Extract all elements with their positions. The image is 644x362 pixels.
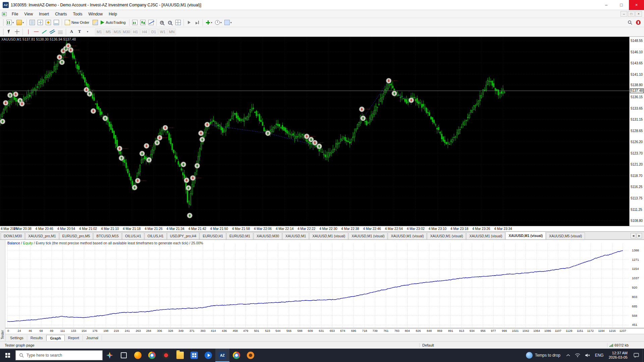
chart-plot-area[interactable]: XAUUSD,M1 5137.81 5138.30 5136.94 5137.4… (0, 37, 629, 226)
terminal-button[interactable] (52, 19, 60, 26)
chart-tab[interactable]: DOWJ,M30 (1, 232, 25, 239)
menu-view[interactable]: View (21, 11, 36, 17)
timeframe-m30-button[interactable]: M30 (122, 28, 131, 35)
autotrading-button[interactable]: AutoTrading (99, 19, 128, 26)
weather-widget[interactable]: Temps to drop (523, 349, 564, 362)
close-button[interactable]: × (629, 0, 644, 10)
clock[interactable]: 12:37 AM 2026-03-05 (606, 351, 630, 360)
horizontal-line-tool-button[interactable] (32, 28, 40, 36)
text-tool-button[interactable]: A (67, 28, 75, 36)
timeframe-w1-button[interactable]: W1 (158, 28, 167, 35)
shapes-dropdown-button[interactable]: ▾ (84, 28, 92, 36)
taskbar-app-store[interactable] (187, 349, 201, 362)
vertical-line-tool-button[interactable] (24, 28, 32, 36)
show-desktop-button[interactable] (642, 349, 644, 362)
tester-tab-journal[interactable]: Journal (83, 335, 102, 341)
chart-tab[interactable]: EURUSD,H1 (200, 232, 226, 239)
metaeditor-button[interactable] (91, 19, 99, 26)
stamp-tool-button[interactable]: T (75, 28, 84, 36)
child-restore-button[interactable]: □ (628, 11, 635, 17)
child-minimize-button[interactable]: – (621, 11, 627, 17)
timeframe-m15-button[interactable]: M15 (113, 28, 122, 35)
chart-tab[interactable]: XAUUSD,M1 (visual) (388, 232, 427, 239)
chart-tab[interactable]: XAUUSD,M5 (visual) (546, 232, 585, 239)
volume-tray-icon[interactable] (583, 349, 593, 362)
zoom-in-button[interactable] (158, 19, 166, 26)
price-axis[interactable]: 5148.555146.105143.655141.105138.805136.… (629, 37, 644, 226)
chart-tab[interactable]: EURUSD,M1 (226, 232, 253, 239)
timeframe-mn-button[interactable]: MN (167, 28, 176, 35)
taskbar-app-camera[interactable] (244, 349, 258, 362)
time-axis[interactable]: 4 Mar 20264 Mar 20:384 Mar 20:464 Mar 20… (0, 226, 644, 231)
chart-tab[interactable]: XAUUSD,M30 (254, 232, 282, 239)
auto-scroll-button[interactable] (185, 19, 193, 26)
profiles-button[interactable]: ▾ (15, 19, 25, 26)
chart-tab[interactable]: BTCUSD,M15 (93, 232, 122, 239)
tabs-scroll-left-button[interactable]: ◀ (631, 233, 636, 238)
taskbar-app-firefox[interactable] (131, 349, 145, 362)
menu-window[interactable]: Window (86, 11, 106, 17)
templates-button[interactable]: ▾ (223, 19, 233, 26)
price-chart-window[interactable]: XAUUSD,M1 5137.81 5138.30 5136.94 5137.4… (0, 37, 644, 232)
market-watch-button[interactable] (28, 19, 36, 26)
crosshair-tool-button[interactable] (13, 28, 21, 36)
indicators-button[interactable]: ▾ (204, 19, 214, 26)
data-window-button[interactable] (36, 19, 44, 26)
child-close-button[interactable]: × (635, 11, 642, 17)
taskbar-search[interactable]: Type here to search (15, 350, 103, 360)
minimize-button[interactable]: – (599, 0, 614, 10)
hidden-icons-chevron[interactable] (564, 349, 573, 362)
tester-graph[interactable]: Balance / Equity / Every tick (the most … (5, 240, 644, 334)
cursor-tool-button[interactable] (5, 28, 13, 36)
chart-tab[interactable]: XAUUSD,M1 (visual) (427, 232, 466, 239)
timeframe-d1-button[interactable]: D1 (149, 28, 158, 35)
maximize-button[interactable]: □ (614, 0, 629, 10)
tabs-scroll-right-button[interactable]: ▶ (637, 233, 642, 238)
chart-tab[interactable]: XAUUSD_pro,M1 (25, 232, 59, 239)
trendline-tool-button[interactable] (40, 28, 48, 36)
chart-tab[interactable]: XAUUSD,M1 (282, 232, 309, 239)
new-chart-button[interactable]: ▾ (5, 19, 15, 26)
periods-button[interactable]: ▾ (214, 19, 223, 26)
tester-tab-graph[interactable]: Graph (46, 335, 64, 341)
fibonacci-tool-button[interactable] (56, 28, 64, 36)
chart-tab[interactable]: XAUUSD,M1 (visual) (309, 232, 348, 239)
tester-tab-results[interactable]: Results (27, 335, 47, 341)
taskbar-app-file-explorer[interactable] (173, 349, 187, 362)
taskbar-app-chrome[interactable] (145, 349, 159, 362)
copilot-button[interactable] (103, 349, 117, 362)
chart-shift-button[interactable] (193, 19, 201, 26)
alert-icon[interactable] (636, 20, 641, 25)
candlestick-chart-button[interactable] (139, 19, 147, 26)
toolbar-grip[interactable] (2, 19, 4, 25)
chart-tab[interactable]: XAUUSD,M1 (visual) (505, 232, 546, 239)
menu-file[interactable]: File (9, 11, 21, 17)
chart-tab[interactable]: OILUS,H1 (122, 232, 144, 239)
status-profile[interactable]: Default (419, 343, 607, 347)
chart-tab[interactable]: XAUUSD,M1 (visual) (348, 232, 387, 239)
action-center-button[interactable] (630, 349, 642, 362)
taskbar-app-metatrader[interactable]: AZ (215, 349, 229, 362)
navigator-button[interactable] (44, 19, 52, 26)
zoom-out-button[interactable] (166, 19, 174, 26)
search-button[interactable] (626, 19, 634, 26)
tile-windows-button[interactable] (174, 19, 182, 26)
network-tray-icon[interactable] (573, 349, 583, 362)
bar-chart-button[interactable] (131, 19, 139, 26)
taskbar-app-media-player[interactable] (201, 349, 215, 362)
tester-tab-report[interactable]: Report (65, 335, 83, 341)
toolbar-grip[interactable] (2, 29, 4, 35)
menu-tools[interactable]: Tools (70, 11, 86, 17)
chart-tab[interactable]: OILUS,H1 (145, 232, 167, 239)
taskbar-app-recorder[interactable] (159, 349, 173, 362)
taskbar-app-chrome-2[interactable] (229, 349, 244, 362)
task-view-button[interactable] (117, 349, 131, 362)
menu-help[interactable]: Help (106, 11, 120, 17)
timeframe-m5-button[interactable]: M5 (104, 28, 113, 35)
channel-tool-button[interactable] (48, 28, 56, 36)
menu-charts[interactable]: Charts (52, 11, 70, 17)
timeframe-h4-button[interactable]: H4 (140, 28, 149, 35)
connection-status[interactable]: 697/2 kb (607, 343, 644, 347)
new-order-button[interactable]: New Order (63, 19, 91, 26)
chart-tab[interactable]: EURUSD_pro,M5 (59, 232, 93, 239)
